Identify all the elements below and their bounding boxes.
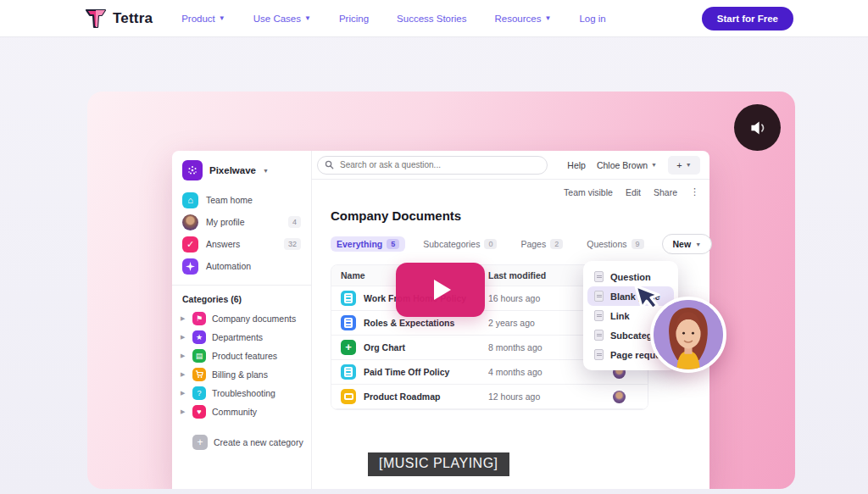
cart-icon xyxy=(192,368,206,381)
chevron-down-icon: ▼ xyxy=(219,14,225,22)
chevron-down-icon: ▼ xyxy=(263,168,269,174)
last-modified: 8 months ago xyxy=(488,342,590,352)
brand-logo[interactable]: Tettra xyxy=(85,8,153,29)
category-label: Product features xyxy=(212,351,277,361)
sidebar-item-automation[interactable]: Automation xyxy=(172,255,311,277)
category-label: Troubleshooting xyxy=(212,388,275,398)
category-troubleshooting[interactable]: ▶?Troubleshooting xyxy=(172,384,311,402)
speaker-icon xyxy=(747,117,769,139)
play-button[interactable] xyxy=(396,263,485,317)
category-billing-plans[interactable]: ▶Billing & plans xyxy=(172,365,311,384)
start-for-free-button[interactable]: Start for Free xyxy=(702,7,793,31)
brand-name: Tettra xyxy=(113,10,153,27)
page-title: Company Documents xyxy=(331,208,709,223)
avatar xyxy=(182,214,198,230)
mute-button[interactable] xyxy=(734,104,781,151)
sidebar-item-team-home[interactable]: ⌂Team home xyxy=(172,189,311,211)
category-label: Billing & plans xyxy=(212,369,268,380)
count-badge: 0 xyxy=(484,239,497,249)
site-header: Tettra Product▼Use Cases▼PricingSuccess … xyxy=(0,0,868,37)
page-icon xyxy=(594,330,604,341)
workspace-switcher[interactable]: Pixelwave ▼ xyxy=(172,158,311,189)
nav-link-success-stories[interactable]: Success Stories xyxy=(397,14,466,24)
category-label: Departments xyxy=(212,332,263,342)
count-badge: 9 xyxy=(632,239,644,249)
category-departments[interactable]: ▶★Departments xyxy=(172,328,311,347)
user-menu[interactable]: Chloe Brown ▼ xyxy=(597,160,657,170)
search-input[interactable] xyxy=(317,156,548,175)
category-label: Company documents xyxy=(212,314,296,324)
nav-link-resources[interactable]: Resources▼ xyxy=(495,14,552,24)
chevron-down-icon: ▼ xyxy=(686,162,692,168)
page-icon xyxy=(594,271,604,282)
divider xyxy=(172,285,311,286)
star-icon: ★ xyxy=(192,330,206,344)
sidebar-item-answers[interactable]: ✓Answers32 xyxy=(172,233,311,255)
flag-icon: ⚑ xyxy=(192,312,206,325)
presenter-avatar xyxy=(654,300,723,369)
category-company-documents[interactable]: ▶⚑Company documents xyxy=(172,309,311,328)
check-icon: ✓ xyxy=(182,236,198,253)
pixelwave-logo-icon xyxy=(182,160,203,180)
nav-link-pricing[interactable]: Pricing xyxy=(339,14,369,24)
category-label: Community xyxy=(212,407,257,417)
visibility-label[interactable]: Team visible xyxy=(564,187,613,197)
page-icon xyxy=(594,349,604,360)
nav-link-product[interactable]: Product▼ xyxy=(181,14,225,24)
play-icon xyxy=(434,280,451,300)
document-name: Org Chart xyxy=(364,342,405,352)
category-product-features[interactable]: ▶▤Product features xyxy=(172,347,311,365)
share-button[interactable]: Share xyxy=(654,187,677,197)
tab-questions[interactable]: Questions9 xyxy=(581,236,649,252)
sidebar-item-my-profile[interactable]: My profile4 xyxy=(172,211,311,233)
document-name: Roles & Expectations xyxy=(364,318,454,328)
doc-icon xyxy=(341,364,356,380)
page-icon xyxy=(594,291,604,302)
tab-subcategories[interactable]: Subcategories0 xyxy=(417,236,503,252)
edit-button[interactable]: Edit xyxy=(626,187,641,197)
presenter-webcam-bubble[interactable] xyxy=(650,297,726,373)
new-button[interactable]: New ▼ xyxy=(662,234,713,254)
nav-link-log-in[interactable]: Log in xyxy=(579,14,605,24)
document-name: Paid Time Off Policy xyxy=(364,367,449,377)
caret-right-icon: ▶ xyxy=(181,315,186,322)
doc-icon xyxy=(341,291,356,306)
app-topbar: Help Chloe Brown ▼ + ▼ xyxy=(312,151,709,180)
sidebar-item-label: Automation xyxy=(206,261,301,271)
workspace-name: Pixelwave xyxy=(209,165,256,175)
page: Tettra Product▼Use Cases▼PricingSuccess … xyxy=(0,0,868,494)
category-community[interactable]: ▶♥Community xyxy=(172,402,311,421)
book-icon: ▤ xyxy=(192,349,206,363)
help-link[interactable]: Help xyxy=(567,160,586,170)
caption: [MUSIC PLAYING] xyxy=(368,452,509,476)
tettra-logo-icon xyxy=(85,8,107,29)
last-modified: 2 years ago xyxy=(488,318,590,328)
nav-link-use-cases[interactable]: Use Cases▼ xyxy=(253,14,311,24)
card-icon xyxy=(341,389,356,404)
caret-right-icon: ▶ xyxy=(181,371,186,378)
count-badge: 4 xyxy=(288,216,301,228)
video-player[interactable]: Pixelwave ▼ ⌂Team homeMy profile4✓Answer… xyxy=(87,92,795,489)
tab-pages[interactable]: Pages2 xyxy=(515,236,569,252)
doc-icon xyxy=(341,315,356,330)
add-content-button[interactable]: + ▼ xyxy=(668,156,700,175)
document-name: Product Roadmap xyxy=(364,391,440,402)
create-category-button[interactable]: + Create a new category xyxy=(172,433,311,452)
user-name: Chloe Brown xyxy=(597,160,648,170)
chevron-down-icon: ▼ xyxy=(695,241,701,247)
chevron-down-icon: ▼ xyxy=(544,14,551,22)
count-badge: 5 xyxy=(387,239,399,249)
column-last-modified: Last modified xyxy=(488,270,590,280)
sparkles-icon xyxy=(182,258,198,275)
chevron-down-icon: ▼ xyxy=(304,14,311,22)
heart-icon: ♥ xyxy=(192,405,206,419)
tab-everything[interactable]: Everything5 xyxy=(331,236,405,252)
chevron-down-icon: ▼ xyxy=(651,162,657,168)
more-options-icon[interactable]: ⋮ xyxy=(690,186,699,197)
app-sidebar: Pixelwave ▼ ⌂Team homeMy profile4✓Answer… xyxy=(172,151,312,489)
page-actions: Team visible Edit Share ⋮ xyxy=(564,186,699,197)
table-row[interactable]: Product Roadmap12 hours ago xyxy=(331,385,648,409)
nav-links: Product▼Use Cases▼PricingSuccess Stories… xyxy=(181,14,606,24)
sidebar-item-label: Team home xyxy=(206,195,301,205)
last-modified: 12 hours ago xyxy=(488,391,590,402)
